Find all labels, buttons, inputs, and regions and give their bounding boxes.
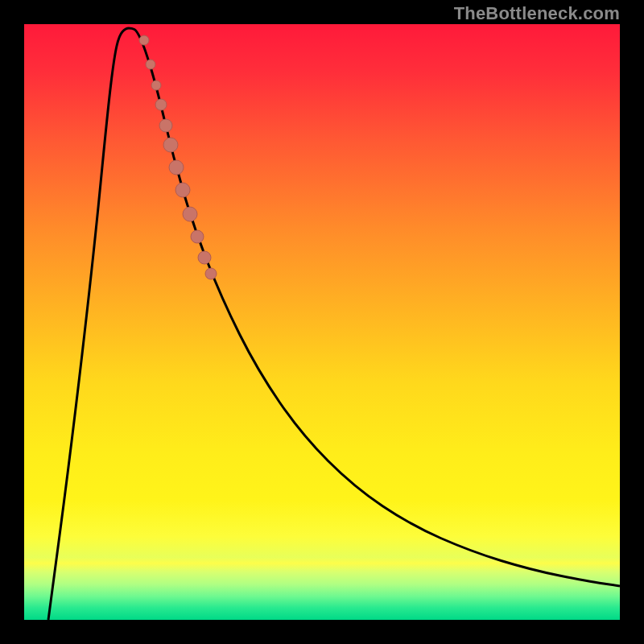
bottleneck-curve: [48, 28, 620, 620]
data-marker: [146, 60, 155, 69]
data-marker: [191, 230, 204, 243]
chart-frame: TheBottleneck.com: [0, 0, 644, 644]
data-marker: [139, 35, 149, 45]
watermark-text: TheBottleneck.com: [454, 3, 620, 24]
data-marker: [175, 183, 190, 197]
data-marker: [205, 268, 217, 279]
data-marker: [155, 99, 167, 110]
bottleneck-curve-chart: [24, 24, 620, 620]
data-marker: [163, 138, 178, 152]
plot-area: [24, 24, 620, 620]
data-marker: [198, 251, 211, 264]
data-marker: [169, 160, 184, 175]
data-marker: [159, 119, 172, 132]
data-marker: [183, 207, 197, 221]
data-marker: [151, 80, 161, 90]
